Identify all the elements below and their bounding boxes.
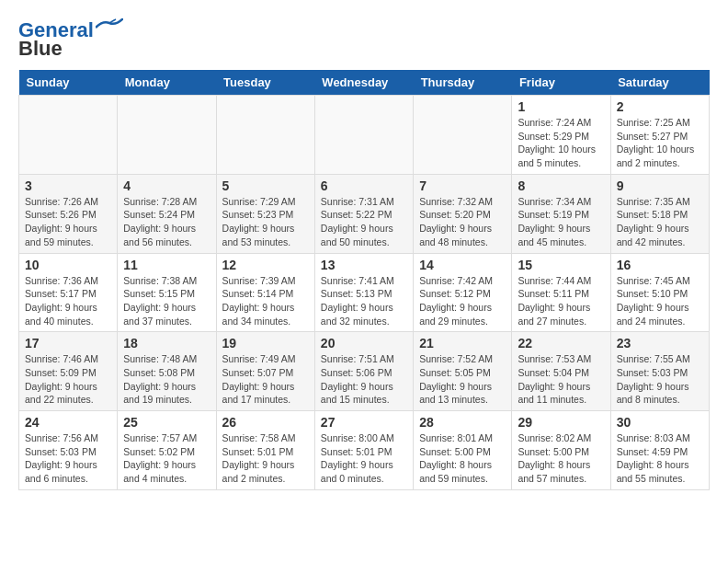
- calendar-day-cell: 3Sunrise: 7:26 AM Sunset: 5:26 PM Daylig…: [19, 174, 118, 253]
- day-number: 7: [419, 178, 506, 193]
- weekday-header-wednesday: Wednesday: [314, 70, 413, 96]
- calendar-day-cell: 22Sunrise: 7:53 AM Sunset: 5:04 PM Dayli…: [512, 332, 610, 411]
- day-info: Sunrise: 7:38 AM Sunset: 5:15 PM Dayligh…: [123, 274, 210, 328]
- day-number: 23: [617, 336, 703, 350]
- calendar-day-cell: 25Sunrise: 7:57 AM Sunset: 5:02 PM Dayli…: [118, 411, 216, 490]
- calendar-day-cell: 5Sunrise: 7:29 AM Sunset: 5:23 PM Daylig…: [216, 174, 314, 253]
- calendar-table: SundayMondayTuesdayWednesdayThursdayFrid…: [18, 70, 710, 490]
- day-info: Sunrise: 7:39 AM Sunset: 5:14 PM Dayligh…: [222, 274, 309, 328]
- day-info: Sunrise: 7:52 AM Sunset: 5:05 PM Dayligh…: [419, 352, 506, 407]
- calendar-day-cell: 21Sunrise: 7:52 AM Sunset: 5:05 PM Dayli…: [414, 332, 512, 411]
- day-info: Sunrise: 7:25 AM Sunset: 5:27 PM Dayligh…: [617, 116, 703, 170]
- day-number: 10: [25, 258, 111, 272]
- calendar-day-cell: 24Sunrise: 7:56 AM Sunset: 5:03 PM Dayli…: [19, 411, 118, 490]
- day-number: 24: [25, 415, 111, 430]
- day-info: Sunrise: 7:34 AM Sunset: 5:19 PM Dayligh…: [518, 195, 604, 249]
- logo: General Blue: [18, 18, 123, 61]
- day-info: Sunrise: 7:29 AM Sunset: 5:23 PM Dayligh…: [222, 195, 309, 249]
- calendar-day-cell: 1Sunrise: 7:24 AM Sunset: 5:29 PM Daylig…: [512, 96, 610, 175]
- calendar-day-cell: 27Sunrise: 8:00 AM Sunset: 5:01 PM Dayli…: [314, 411, 413, 490]
- day-number: 19: [222, 336, 309, 350]
- day-info: Sunrise: 7:57 AM Sunset: 5:02 PM Dayligh…: [123, 431, 210, 486]
- day-info: Sunrise: 7:41 AM Sunset: 5:13 PM Dayligh…: [321, 274, 407, 328]
- calendar-week-row: 17Sunrise: 7:46 AM Sunset: 5:09 PM Dayli…: [19, 332, 710, 411]
- calendar-day-cell: 4Sunrise: 7:28 AM Sunset: 5:24 PM Daylig…: [118, 174, 216, 253]
- calendar-day-cell: [216, 96, 314, 175]
- calendar-day-cell: 30Sunrise: 8:03 AM Sunset: 4:59 PM Dayli…: [610, 411, 709, 490]
- day-number: 12: [222, 258, 309, 272]
- calendar-day-cell: 14Sunrise: 7:42 AM Sunset: 5:12 PM Dayli…: [414, 253, 512, 332]
- weekday-header-row: SundayMondayTuesdayWednesdayThursdayFrid…: [19, 70, 710, 96]
- calendar-week-row: 24Sunrise: 7:56 AM Sunset: 5:03 PM Dayli…: [19, 411, 710, 490]
- weekday-header-tuesday: Tuesday: [216, 70, 314, 96]
- day-number: 14: [419, 258, 506, 272]
- calendar-day-cell: 8Sunrise: 7:34 AM Sunset: 5:19 PM Daylig…: [512, 174, 610, 253]
- day-number: 26: [222, 415, 309, 430]
- weekday-header-monday: Monday: [118, 70, 216, 96]
- day-info: Sunrise: 7:28 AM Sunset: 5:24 PM Dayligh…: [123, 195, 210, 249]
- calendar-day-cell: 15Sunrise: 7:44 AM Sunset: 5:11 PM Dayli…: [512, 253, 610, 332]
- calendar-day-cell: 9Sunrise: 7:35 AM Sunset: 5:18 PM Daylig…: [610, 174, 709, 253]
- calendar-day-cell: [118, 96, 216, 175]
- day-number: 4: [123, 178, 210, 193]
- day-number: 13: [321, 258, 407, 272]
- day-number: 16: [617, 258, 703, 272]
- day-number: 17: [25, 336, 111, 350]
- calendar-day-cell: 10Sunrise: 7:36 AM Sunset: 5:17 PM Dayli…: [19, 253, 118, 332]
- logo-bird-icon: [96, 18, 123, 35]
- calendar-day-cell: 28Sunrise: 8:01 AM Sunset: 5:00 PM Dayli…: [414, 411, 512, 490]
- calendar-day-cell: 11Sunrise: 7:38 AM Sunset: 5:15 PM Dayli…: [118, 253, 216, 332]
- day-number: 2: [617, 99, 703, 114]
- day-info: Sunrise: 8:02 AM Sunset: 5:00 PM Dayligh…: [518, 431, 604, 486]
- day-info: Sunrise: 7:45 AM Sunset: 5:10 PM Dayligh…: [617, 274, 703, 328]
- day-number: 1: [518, 99, 604, 114]
- day-number: 3: [25, 178, 111, 193]
- calendar-week-row: 3Sunrise: 7:26 AM Sunset: 5:26 PM Daylig…: [19, 174, 710, 253]
- calendar-day-cell: [414, 96, 512, 175]
- day-info: Sunrise: 7:56 AM Sunset: 5:03 PM Dayligh…: [25, 431, 111, 486]
- day-number: 22: [518, 336, 604, 350]
- weekday-header-sunday: Sunday: [19, 70, 118, 96]
- day-info: Sunrise: 7:26 AM Sunset: 5:26 PM Dayligh…: [25, 195, 111, 249]
- day-info: Sunrise: 7:24 AM Sunset: 5:29 PM Dayligh…: [518, 116, 604, 170]
- day-info: Sunrise: 7:49 AM Sunset: 5:07 PM Dayligh…: [222, 352, 309, 407]
- day-number: 25: [123, 415, 210, 430]
- header: General Blue: [18, 18, 710, 61]
- calendar-day-cell: 6Sunrise: 7:31 AM Sunset: 5:22 PM Daylig…: [314, 174, 413, 253]
- day-number: 5: [222, 178, 309, 193]
- calendar-day-cell: 26Sunrise: 7:58 AM Sunset: 5:01 PM Dayli…: [216, 411, 314, 490]
- day-info: Sunrise: 8:03 AM Sunset: 4:59 PM Dayligh…: [617, 431, 703, 486]
- day-info: Sunrise: 7:46 AM Sunset: 5:09 PM Dayligh…: [25, 352, 111, 407]
- day-info: Sunrise: 7:36 AM Sunset: 5:17 PM Dayligh…: [25, 274, 111, 328]
- calendar-day-cell: 16Sunrise: 7:45 AM Sunset: 5:10 PM Dayli…: [610, 253, 709, 332]
- calendar-day-cell: 20Sunrise: 7:51 AM Sunset: 5:06 PM Dayli…: [314, 332, 413, 411]
- day-info: Sunrise: 7:53 AM Sunset: 5:04 PM Dayligh…: [518, 352, 604, 407]
- calendar-day-cell: [19, 96, 118, 175]
- day-number: 9: [617, 178, 703, 193]
- calendar-day-cell: 7Sunrise: 7:32 AM Sunset: 5:20 PM Daylig…: [414, 174, 512, 253]
- day-number: 30: [617, 415, 703, 430]
- day-number: 27: [321, 415, 407, 430]
- weekday-header-saturday: Saturday: [610, 70, 709, 96]
- day-info: Sunrise: 7:48 AM Sunset: 5:08 PM Dayligh…: [123, 352, 210, 407]
- day-info: Sunrise: 7:35 AM Sunset: 5:18 PM Dayligh…: [617, 195, 703, 249]
- calendar-day-cell: 29Sunrise: 8:02 AM Sunset: 5:00 PM Dayli…: [512, 411, 610, 490]
- day-info: Sunrise: 7:55 AM Sunset: 5:03 PM Dayligh…: [617, 352, 703, 407]
- day-number: 28: [419, 415, 506, 430]
- day-number: 11: [123, 258, 210, 272]
- calendar-week-row: 1Sunrise: 7:24 AM Sunset: 5:29 PM Daylig…: [19, 96, 710, 175]
- calendar-day-cell: 23Sunrise: 7:55 AM Sunset: 5:03 PM Dayli…: [610, 332, 709, 411]
- day-number: 21: [419, 336, 506, 350]
- calendar-day-cell: 18Sunrise: 7:48 AM Sunset: 5:08 PM Dayli…: [118, 332, 216, 411]
- day-number: 20: [321, 336, 407, 350]
- day-number: 18: [123, 336, 210, 350]
- day-info: Sunrise: 8:00 AM Sunset: 5:01 PM Dayligh…: [321, 431, 407, 486]
- calendar-day-cell: 19Sunrise: 7:49 AM Sunset: 5:07 PM Dayli…: [216, 332, 314, 411]
- day-number: 6: [321, 178, 407, 193]
- weekday-header-friday: Friday: [512, 70, 610, 96]
- day-info: Sunrise: 7:58 AM Sunset: 5:01 PM Dayligh…: [222, 431, 309, 486]
- day-number: 15: [518, 258, 604, 272]
- calendar-day-cell: 12Sunrise: 7:39 AM Sunset: 5:14 PM Dayli…: [216, 253, 314, 332]
- calendar-day-cell: [314, 96, 413, 175]
- day-info: Sunrise: 7:51 AM Sunset: 5:06 PM Dayligh…: [321, 352, 407, 407]
